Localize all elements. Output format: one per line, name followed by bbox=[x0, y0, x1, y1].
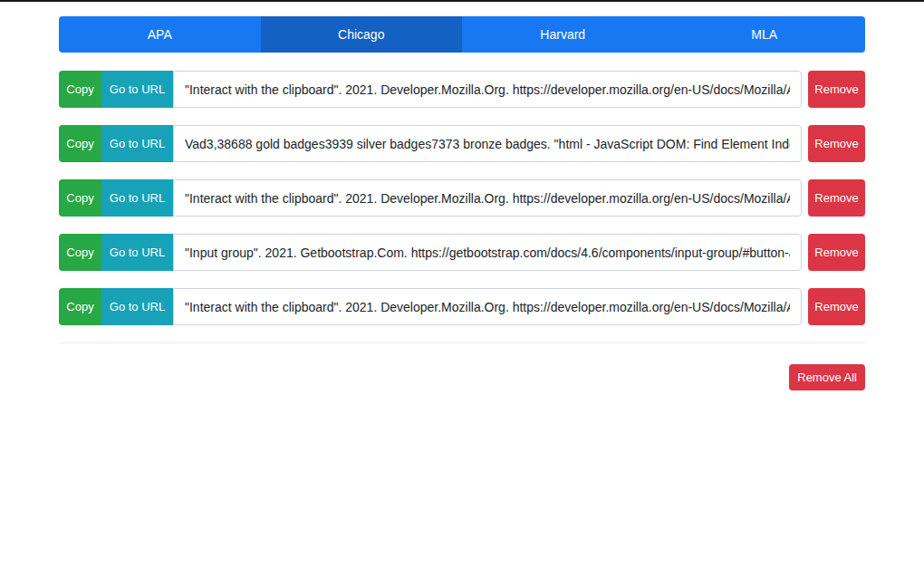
citation-text-field[interactable] bbox=[173, 179, 802, 217]
tab-harvard[interactable]: Harvard bbox=[462, 16, 664, 53]
remove-all-button[interactable]: Remove All bbox=[789, 364, 865, 390]
citation-row: Copy Go to URL Remove bbox=[59, 288, 865, 325]
remove-button[interactable]: Remove bbox=[808, 71, 865, 108]
citation-row: Copy Go to URL Remove bbox=[59, 234, 865, 271]
window-top-edge bbox=[0, 0, 924, 2]
citation-text-field[interactable] bbox=[173, 234, 802, 271]
tab-chicago[interactable]: Chicago bbox=[261, 16, 463, 53]
remove-button[interactable]: Remove bbox=[808, 234, 865, 271]
tab-mla[interactable]: MLA bbox=[664, 16, 866, 53]
page: { "tabs": [ { "label": "APA", "active": … bbox=[0, 0, 924, 578]
citation-text-field[interactable] bbox=[173, 288, 802, 325]
remove-button[interactable]: Remove bbox=[808, 288, 865, 325]
remove-button[interactable]: Remove bbox=[808, 179, 865, 217]
go-to-url-button[interactable]: Go to URL bbox=[101, 179, 173, 217]
copy-button[interactable]: Copy bbox=[59, 288, 101, 325]
citation-text-field[interactable] bbox=[173, 71, 802, 108]
divider bbox=[59, 342, 865, 343]
footer: Remove All bbox=[59, 364, 865, 390]
citation-text-field[interactable] bbox=[173, 125, 802, 162]
citation-row: Copy Go to URL Remove bbox=[59, 125, 865, 162]
citation-manager-panel: APA Chicago Harvard MLA Copy Go to URL R… bbox=[59, 16, 865, 390]
copy-button[interactable]: Copy bbox=[59, 71, 101, 108]
go-to-url-button[interactable]: Go to URL bbox=[101, 125, 173, 162]
tab-apa[interactable]: APA bbox=[59, 16, 261, 53]
citation-style-tab-bar: APA Chicago Harvard MLA bbox=[59, 16, 865, 53]
copy-button[interactable]: Copy bbox=[59, 234, 101, 271]
remove-button[interactable]: Remove bbox=[808, 125, 865, 162]
citation-row: Copy Go to URL Remove bbox=[59, 71, 865, 108]
go-to-url-button[interactable]: Go to URL bbox=[101, 288, 173, 325]
go-to-url-button[interactable]: Go to URL bbox=[101, 71, 173, 108]
copy-button[interactable]: Copy bbox=[59, 179, 101, 217]
copy-button[interactable]: Copy bbox=[59, 125, 101, 162]
citation-list: Copy Go to URL Remove Copy Go to URL Rem… bbox=[59, 71, 865, 325]
citation-row: Copy Go to URL Remove bbox=[59, 179, 865, 217]
go-to-url-button[interactable]: Go to URL bbox=[101, 234, 173, 271]
